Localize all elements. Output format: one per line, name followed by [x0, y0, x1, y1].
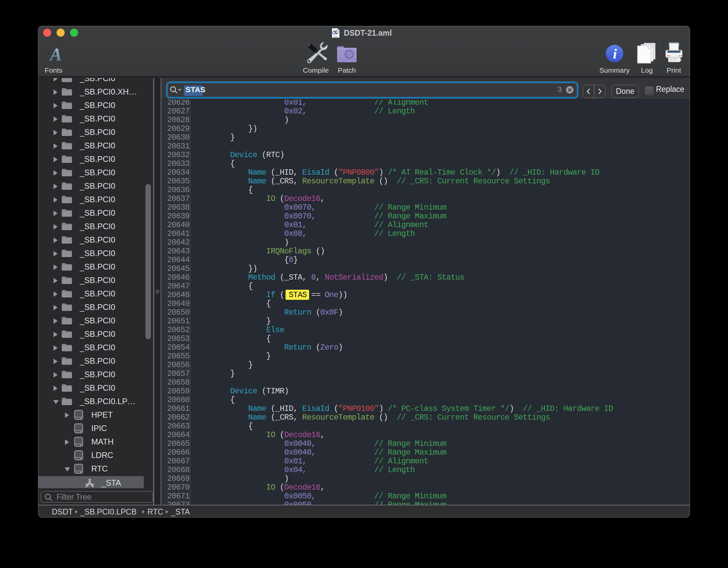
svg-text:i: i [613, 46, 617, 62]
svg-text:AML: AML [334, 36, 338, 38]
